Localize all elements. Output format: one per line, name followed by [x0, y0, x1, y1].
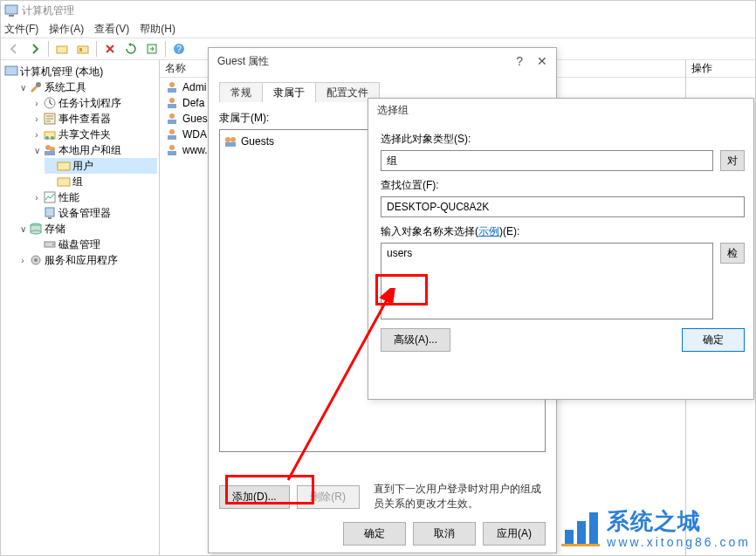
svg-rect-1 [9, 15, 14, 17]
svg-point-14 [51, 136, 54, 140]
menu-action[interactable]: 操作(A) [49, 22, 84, 37]
add-button[interactable]: 添加(D)... [219, 485, 290, 509]
svg-point-29 [34, 258, 38, 262]
expand-icon[interactable]: › [32, 114, 41, 124]
user-icon [165, 127, 179, 141]
tree-label: 系统工具 [45, 80, 86, 95]
actions-header: 操作 [686, 60, 755, 78]
svg-rect-2 [57, 46, 67, 53]
svg-rect-8 [5, 66, 17, 75]
svg-point-38 [169, 145, 175, 150]
advanced-button[interactable]: 高级(A)... [381, 328, 450, 352]
svg-rect-37 [168, 135, 176, 140]
object-type-field[interactable] [381, 150, 713, 171]
close-icon[interactable]: ✕ [537, 54, 547, 68]
tree-event-viewer[interactable]: ›事件查看器 [31, 111, 157, 127]
hint-text: 直到下一次用户登录时对用户的组成员关系的更改才生效。 [374, 482, 546, 511]
svg-point-9 [36, 82, 41, 87]
tree-groups[interactable]: 组 [45, 174, 157, 189]
group-icon [223, 134, 237, 148]
tree-system-tools[interactable]: ∨ 系统工具 [17, 79, 157, 95]
svg-point-13 [45, 136, 49, 140]
forward-icon[interactable] [25, 39, 45, 58]
dialog-title: 选择组 [377, 103, 409, 118]
object-types-button[interactable]: 对 [720, 150, 745, 171]
tree-device-manager[interactable]: 设备管理器 [31, 205, 157, 221]
user-icon [165, 96, 179, 110]
check-names-button[interactable]: 检 [720, 243, 745, 264]
svg-rect-17 [45, 151, 55, 155]
svg-rect-22 [48, 217, 52, 219]
tab-general[interactable]: 常规 [219, 82, 263, 102]
tree-label: 本地用户和组 [58, 143, 121, 158]
back-icon[interactable] [4, 39, 24, 58]
svg-point-27 [52, 244, 54, 245]
object-names-input[interactable]: users [381, 243, 713, 319]
computer-icon [4, 65, 18, 79]
clock-icon [43, 96, 57, 110]
title-bar: 计算机管理 [1, 1, 755, 20]
remove-button[interactable]: 删除(R) [297, 485, 360, 509]
tree-performance[interactable]: ›性能 [31, 189, 157, 205]
perf-icon [43, 190, 57, 204]
svg-rect-21 [45, 208, 54, 216]
tree-users[interactable]: 用户 [45, 158, 157, 174]
properties-icon[interactable] [73, 39, 93, 58]
examples-link[interactable]: 示例 [478, 225, 499, 237]
delete-icon[interactable] [100, 39, 120, 58]
tree-label: 服务和应用程序 [45, 253, 118, 268]
tab-memberof[interactable]: 隶属于 [262, 82, 316, 102]
tree-local-users-groups[interactable]: ∨本地用户和组 [31, 142, 157, 158]
tree-label: 存储 [45, 222, 65, 237]
svg-rect-42 [225, 142, 236, 147]
svg-point-36 [169, 129, 175, 134]
list-item-label: www. [182, 144, 208, 156]
menu-help[interactable]: 帮助(H) [140, 22, 175, 37]
collapse-icon[interactable]: ∨ [32, 146, 41, 155]
storage-icon [29, 222, 43, 236]
svg-rect-19 [58, 178, 70, 186]
expand-icon[interactable]: › [18, 256, 27, 265]
tree-task-scheduler[interactable]: ›任务计划程序 [31, 95, 157, 111]
list-item-label: Defa [182, 97, 204, 109]
svg-rect-3 [78, 46, 88, 53]
tree-label: 共享文件夹 [58, 127, 111, 142]
tree-shared-folders[interactable]: ›共享文件夹 [31, 127, 157, 142]
menu-file[interactable]: 文件(F) [4, 22, 38, 37]
menu-view[interactable]: 查看(V) [94, 22, 129, 37]
object-type-label: 选择此对象类型(S): [381, 132, 745, 147]
expand-icon[interactable]: › [32, 99, 41, 108]
watermark-logo-icon [560, 509, 601, 547]
collapse-icon[interactable]: ∨ [18, 224, 27, 234]
list-item-label: Gues [182, 113, 208, 125]
export-icon[interactable] [142, 39, 162, 58]
cancel-button[interactable]: 取消 [413, 522, 476, 546]
tree-label: 计算机管理 (本地) [20, 65, 103, 79]
tree-services[interactable]: ›服务和应用程序 [17, 252, 157, 268]
ok-button[interactable]: 确定 [343, 522, 406, 546]
collapse-icon[interactable]: ∨ [18, 83, 27, 93]
help-icon[interactable]: ? [169, 39, 189, 58]
separator [96, 41, 97, 57]
apply-button[interactable]: 应用(A) [483, 522, 546, 546]
tree-disk-management[interactable]: 磁盘管理 [31, 237, 157, 252]
help-icon[interactable]: ? [516, 54, 523, 68]
menu-bar: 文件(F) 操作(A) 查看(V) 帮助(H) [1, 20, 755, 38]
tree-label: 组 [72, 175, 83, 189]
svg-rect-18 [58, 162, 70, 170]
shared-icon [43, 127, 57, 141]
list-item-label: Admi [182, 81, 206, 93]
properties-folder-icon[interactable] [52, 39, 72, 58]
location-field[interactable] [381, 196, 745, 217]
svg-rect-31 [168, 88, 176, 93]
expand-icon[interactable]: › [32, 193, 41, 202]
refresh-icon[interactable] [121, 39, 141, 58]
svg-rect-33 [168, 104, 176, 108]
tree-root[interactable]: 计算机管理 (本地) [3, 64, 157, 79]
expand-icon[interactable]: › [32, 130, 41, 140]
list-item-label: WDA [182, 128, 207, 141]
ok-button[interactable]: 确定 [682, 328, 745, 352]
dialog-title: Guest 属性 [217, 54, 269, 69]
watermark-url: www.xitong86.com [607, 535, 751, 549]
tree-storage[interactable]: ∨存储 [17, 221, 157, 237]
